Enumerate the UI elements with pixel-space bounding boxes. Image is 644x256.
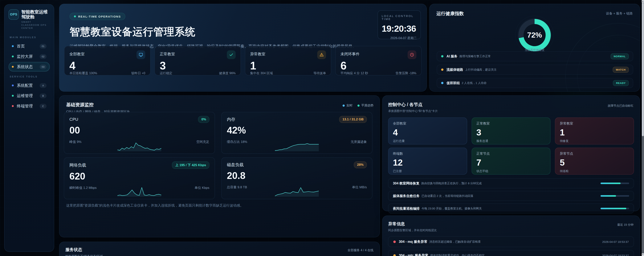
stat-value: 6 xyxy=(340,60,416,71)
stat-foot-right: 等待派单 xyxy=(314,71,326,75)
service-status-subtitle: 映射原图左下“服务状态”区域 xyxy=(66,254,103,256)
alert-timestamp: 2026-04-07 18:53:37 xyxy=(602,254,629,256)
resource-label: 磁盘负载 xyxy=(227,162,244,168)
clock-icon xyxy=(408,50,416,59)
clock-time: 19:20:36 xyxy=(382,23,417,34)
task-row-network-recovery[interactable]: 304 教室网络恢复 路由切换与弱电排查正在执行，预计 8 分钟完成 xyxy=(388,178,634,188)
resources-panel: 基础资源监控 CPU / 内存 / 网络 / 磁盘，对应原图资源区块 实时 平滑… xyxy=(59,95,380,237)
status-badge: NORMAL xyxy=(611,53,629,59)
smart-classroom-ops-dashboard: OPS 智能教室运维驾驶舱 SMART CLASSROOM OPS CENTER… xyxy=(0,0,644,256)
scrollbar-thumb[interactable] xyxy=(642,3,644,136)
resource-value: 620 xyxy=(70,171,209,181)
status-badge: READY xyxy=(613,80,629,86)
nav-dot-icon xyxy=(12,85,14,86)
scroll-down-icon[interactable]: ▼ xyxy=(642,253,644,256)
node-value: 1 xyxy=(560,128,629,137)
service-row-ai[interactable]: AI 服务 推理与策略引擎工作正常 NORMAL xyxy=(437,51,633,61)
node-value: 3 xyxy=(476,128,546,137)
legend-label: 实时 xyxy=(346,104,352,108)
resources-title: 基础资源监控 xyxy=(66,102,373,108)
node-label: 终端数 xyxy=(393,151,462,156)
stat-card-normal-classrooms: 正常教室 3 运行稳定 健康度 96% xyxy=(154,46,241,75)
sidebar-item-system-config[interactable]: 系统配置 A xyxy=(8,81,50,90)
legend-realtime: 实时 xyxy=(342,104,352,108)
stat-value: 1 xyxy=(250,60,326,71)
task-desc: 路由切换与弱电排查正在执行，预计 8 分钟完成 xyxy=(421,182,482,185)
disk-sparkline-chart xyxy=(275,186,319,197)
stat-value: 3 xyxy=(160,60,236,71)
resource-label: 网络负载 xyxy=(70,162,86,168)
resource-card-disk: 磁盘负载 28% 20.8 总容量 9.8 TB 单位 MB/s xyxy=(221,157,372,199)
resource-foot-right: 无泄漏迹象 xyxy=(350,140,367,144)
page-title: 智慧教室设备运行管理系统 xyxy=(70,25,416,39)
resource-badge: 13.1 / 31.2 GB xyxy=(339,116,367,123)
task-progress-fill xyxy=(600,183,620,184)
task-row-night-inspection[interactable]: 夜间批量巡检编排 今晚 23:00 开始，覆盖教室主机、摄像头和网关 xyxy=(388,203,634,213)
sidebar-item-badge: B xyxy=(40,94,46,98)
node-card-all-classrooms: 全部教室 4 运行总量 xyxy=(388,118,467,144)
sidebar-item-ops-management[interactable]: 运维管理 B xyxy=(8,91,50,101)
alert-row-mtc[interactable]: 304 - mtc 服务异常 媒体控制进程重启成功，但心跳包仍不稳定 2026-… xyxy=(388,250,634,256)
task-desc: 已自动重启 2 次，当前等待链路抖动回落 xyxy=(422,194,473,198)
nav-dot-icon xyxy=(12,56,14,57)
local-clock: LOCAL CONTROL TIME 19:20:36 2026-04-07 星… xyxy=(378,11,421,39)
vertical-scrollbar[interactable]: ▲ ▼ xyxy=(642,0,644,256)
resource-label: CPU xyxy=(70,117,78,122)
node-foot: 待修复 xyxy=(560,139,629,143)
node-foot: 待巡检 xyxy=(560,169,629,173)
monitor-icon xyxy=(136,50,145,59)
task-progress-fill xyxy=(600,208,626,209)
resource-badge: 28% xyxy=(354,161,367,168)
resource-foot-left: 瞬时峰值 1.2 Mbps xyxy=(70,186,97,190)
task-row-media-self-heal[interactable]: 媒体服务自愈任务 已自动重启 2 次，当前等待链路抖动回落 xyxy=(388,191,634,201)
alerts-subtitle: 同步原图告警区域，并补充时间线层次 xyxy=(388,228,634,232)
sidebar-item-label: 系统配置 xyxy=(17,83,33,88)
service-desc: 2 人在线，1 人待命 xyxy=(462,81,486,85)
stat-card-all-classrooms: 全部教室 4 本日巡检覆盖 100% 较昨日 +0 xyxy=(64,46,150,75)
sidebar-item-badge: A xyxy=(40,83,46,88)
app-logo: OPS xyxy=(8,9,19,20)
stat-foot-left: 集中在 304 区域 xyxy=(250,71,273,75)
node-foot: 服务连通 xyxy=(476,139,546,143)
resource-badge: 0% xyxy=(198,116,209,123)
service-desc: 推理与策略引擎工作正常 xyxy=(459,55,491,58)
stat-cards-row: 全部教室 4 本日巡检覆盖 100% 较昨日 +0 xyxy=(64,46,422,75)
sidebar-item-label: 运维管理 xyxy=(17,93,33,98)
node-value: 12 xyxy=(393,158,462,167)
sidebar-item-badge: C xyxy=(40,104,46,109)
service-row-streaming[interactable]: 流媒体链路 上行抖动偏高，建议关注 WATCH xyxy=(437,65,633,75)
node-label: 异常教室 xyxy=(560,121,629,126)
service-row-duty-team[interactable]: 值班班组 2 人在线，1 人待命 READY xyxy=(437,78,633,88)
legend-smoothed: 平滑趋势 xyxy=(358,104,374,108)
resource-cards-grid: CPU 0% 00 峰值 9% 空闲充足 内存 13.1 / 31.2 GB xyxy=(64,112,372,199)
nav-section-service-tools: SERVICE TOOLS xyxy=(10,75,48,78)
cpu-sparkline-chart xyxy=(118,140,161,152)
service-status-panel: 服务状态 映射原图左下“服务状态”区域 全部服务 4 / 4 在线 xyxy=(59,242,380,256)
clock-label: LOCAL CONTROL TIME xyxy=(382,15,417,21)
scroll-up-icon[interactable]: ▲ xyxy=(642,0,644,3)
node-card-terminals: 终端数 12 已注册 xyxy=(388,148,467,175)
control-center-panel: 控制中心 / 各节点 承接原图中部“控制中心”和“各节点”卡片 故障节点已自动标… xyxy=(382,95,640,211)
task-name: 夜间批量巡检编排 xyxy=(393,206,420,211)
sidebar-item-system-status[interactable]: 系统状态 03 xyxy=(8,62,50,72)
alert-row-mq[interactable]: 304 - mq 服务异常 消息积压超过阈值，已触发自动扩容检查 2026-04… xyxy=(388,236,634,247)
service-name: AI 服务 xyxy=(446,54,457,59)
resource-foot-left: 峰值 9% xyxy=(70,140,82,144)
sidebar-item-home[interactable]: 首页 01 xyxy=(8,41,50,51)
stat-label: 未闭环事件 xyxy=(340,50,360,57)
alert-desc: 消息积压超过阈值，已触发自动扩容检查 xyxy=(429,240,481,243)
task-progress-bar xyxy=(600,208,629,209)
resource-foot-right: 单位 MB/s xyxy=(352,185,367,189)
brand: OPS 智能教室运维驾驶舱 SMART CLASSROOM OPS CENTER xyxy=(8,9,50,30)
sidebar-item-terminal-management[interactable]: 终端管理 C xyxy=(8,101,50,111)
task-desc: 今晚 23:00 开始，覆盖教室主机、摄像头和网关 xyxy=(422,207,482,210)
status-dot-icon xyxy=(74,16,76,17)
sidebar-item-monitor-screen[interactable]: 监控大屏 02 xyxy=(8,52,50,61)
resource-value: 20.8 xyxy=(227,171,367,180)
stat-label: 全部教室 xyxy=(70,50,85,57)
node-label: 异常节点 xyxy=(560,151,629,156)
status-badge: WATCH xyxy=(613,67,629,73)
task-name: 304 教室网络恢复 xyxy=(393,181,420,186)
resource-value: 42% xyxy=(227,126,367,135)
stat-foot-right: 健康度 96% xyxy=(219,71,236,75)
